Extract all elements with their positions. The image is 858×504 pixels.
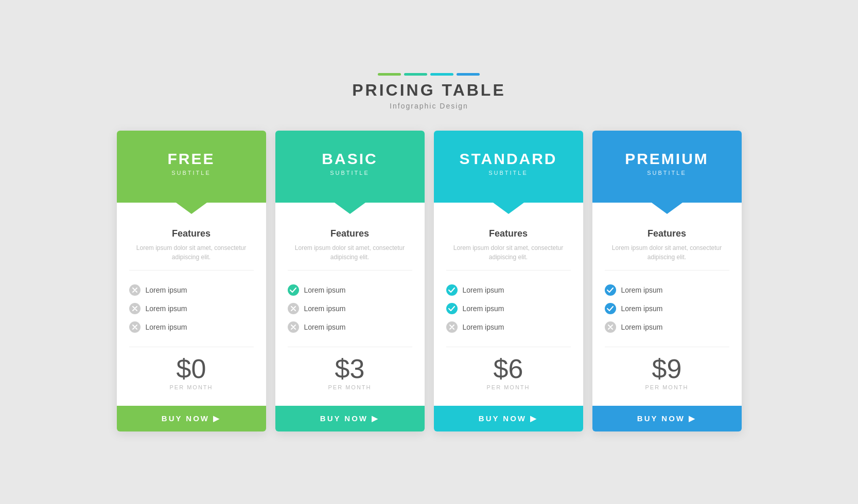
card-body-basic: Features Lorem ipsum dolor sit amet, con… xyxy=(275,203,425,406)
buy-now-button-standard[interactable]: BUY NOW ▶ xyxy=(434,406,583,431)
feature-item: Lorem ipsum xyxy=(129,281,254,299)
feature-item: Lorem ipsum xyxy=(129,299,254,318)
buy-now-label-standard: BUY NOW ▶ xyxy=(479,414,538,423)
price-period-basic: PER MONTH xyxy=(288,384,412,390)
card-body-standard: Features Lorem ipsum dolor sit amet, con… xyxy=(434,203,583,406)
cross-icon xyxy=(129,303,141,314)
plan-title-standard: STANDARD xyxy=(459,150,557,168)
feature-label: Lorem ipsum xyxy=(146,286,187,294)
feature-item: Lorem ipsum xyxy=(605,318,729,336)
feature-label: Lorem ipsum xyxy=(146,304,187,313)
feature-item: Lorem ipsum xyxy=(288,281,412,299)
cross-icon xyxy=(288,303,299,314)
check-icon xyxy=(446,284,458,296)
price-period-free: PER MONTH xyxy=(129,384,254,390)
features-desc-basic: Lorem ipsum dolor sit amet, consectetur … xyxy=(288,243,412,271)
price-amount-standard: $6 xyxy=(446,355,571,382)
card-header-standard: STANDARD SUBTITLE xyxy=(434,131,583,203)
feature-item: Lorem ipsum xyxy=(446,318,571,336)
feature-item: Lorem ipsum xyxy=(446,281,571,299)
feature-item: Lorem ipsum xyxy=(605,281,729,299)
check-icon xyxy=(605,284,616,296)
feature-label: Lorem ipsum xyxy=(304,304,346,313)
feature-item: Lorem ipsum xyxy=(288,318,412,336)
check-icon xyxy=(446,303,458,314)
header-bar xyxy=(378,73,401,76)
plan-subtitle-premium: SUBTITLE xyxy=(647,170,687,176)
price-amount-free: $0 xyxy=(129,355,254,382)
header-bar xyxy=(430,73,453,76)
buy-now-button-premium[interactable]: BUY NOW ▶ xyxy=(592,406,742,431)
check-icon xyxy=(288,284,299,296)
price-section-free: $0 PER MONTH xyxy=(129,347,254,395)
cross-icon xyxy=(129,284,141,296)
feature-list-standard: Lorem ipsum Lorem ipsum Lorem ipsum xyxy=(446,281,571,336)
header-bar xyxy=(404,73,427,76)
price-section-standard: $6 PER MONTH xyxy=(446,347,571,395)
buy-now-button-basic[interactable]: BUY NOW ▶ xyxy=(275,406,425,431)
price-amount-basic: $3 xyxy=(288,355,412,382)
card-body-free: Features Lorem ipsum dolor sit amet, con… xyxy=(117,203,266,406)
price-section-basic: $3 PER MONTH xyxy=(288,347,412,395)
check-icon xyxy=(605,303,616,314)
buy-now-label-basic: BUY NOW ▶ xyxy=(320,414,379,423)
pricing-card-basic: BASIC SUBTITLE Features Lorem ipsum dolo… xyxy=(275,131,425,431)
price-section-premium: $9 PER MONTH xyxy=(605,347,729,395)
feature-label: Lorem ipsum xyxy=(304,323,346,331)
feature-label: Lorem ipsum xyxy=(304,286,346,294)
feature-item: Lorem ipsum xyxy=(288,299,412,318)
card-header-free: FREE SUBTITLE xyxy=(117,131,266,203)
pricing-card-standard: STANDARD SUBTITLE Features Lorem ipsum d… xyxy=(434,131,583,431)
header-arrow-free xyxy=(176,203,207,214)
plan-subtitle-free: SUBTITLE xyxy=(171,170,211,176)
page-header: PRICING TABLE Infographic Design xyxy=(352,73,506,110)
feature-item: Lorem ipsum xyxy=(605,299,729,318)
header-arrow-basic xyxy=(335,203,365,214)
header-arrow-standard xyxy=(493,203,524,214)
pricing-card-premium: PREMIUM SUBTITLE Features Lorem ipsum do… xyxy=(592,131,742,431)
features-title-premium: Features xyxy=(605,228,729,239)
feature-list-premium: Lorem ipsum Lorem ipsum Lorem ipsum xyxy=(605,281,729,336)
feature-label: Lorem ipsum xyxy=(463,304,504,313)
plan-title-free: FREE xyxy=(167,150,215,168)
card-header-premium: PREMIUM SUBTITLE xyxy=(592,131,742,203)
features-title-basic: Features xyxy=(288,228,412,239)
feature-list-basic: Lorem ipsum Lorem ipsum Lorem ipsum xyxy=(288,281,412,336)
header-arrow-premium xyxy=(652,203,682,214)
price-period-standard: PER MONTH xyxy=(446,384,571,390)
cross-icon xyxy=(129,321,141,333)
cross-icon xyxy=(288,321,299,333)
card-header-basic: BASIC SUBTITLE xyxy=(275,131,425,203)
features-desc-premium: Lorem ipsum dolor sit amet, consectetur … xyxy=(605,243,729,271)
feature-label: Lorem ipsum xyxy=(621,304,663,313)
pricing-card-free: FREE SUBTITLE Features Lorem ipsum dolor… xyxy=(117,131,266,431)
feature-label: Lorem ipsum xyxy=(621,286,663,294)
buy-now-label-premium: BUY NOW ▶ xyxy=(637,414,696,423)
feature-item: Lorem ipsum xyxy=(446,299,571,318)
feature-list-free: Lorem ipsum Lorem ipsum Lorem ipsum xyxy=(129,281,254,336)
feature-label: Lorem ipsum xyxy=(621,323,663,331)
feature-label: Lorem ipsum xyxy=(463,286,504,294)
features-title-free: Features xyxy=(129,228,254,239)
plan-title-basic: BASIC xyxy=(322,150,377,168)
features-desc-free: Lorem ipsum dolor sit amet, consectetur … xyxy=(129,243,254,271)
features-desc-standard: Lorem ipsum dolor sit amet, consectetur … xyxy=(446,243,571,271)
feature-label: Lorem ipsum xyxy=(146,323,187,331)
buy-now-label-free: BUY NOW ▶ xyxy=(162,414,221,423)
cross-icon xyxy=(605,321,616,333)
features-title-standard: Features xyxy=(446,228,571,239)
header-bars xyxy=(352,73,506,76)
price-amount-premium: $9 xyxy=(605,355,729,382)
plan-title-premium: PREMIUM xyxy=(625,150,709,168)
cross-icon xyxy=(446,321,458,333)
header-bar xyxy=(457,73,480,76)
feature-label: Lorem ipsum xyxy=(463,323,504,331)
buy-now-button-free[interactable]: BUY NOW ▶ xyxy=(117,406,266,431)
page-subtitle: Infographic Design xyxy=(352,102,506,110)
pricing-container: FREE SUBTITLE Features Lorem ipsum dolor… xyxy=(117,131,742,431)
card-body-premium: Features Lorem ipsum dolor sit amet, con… xyxy=(592,203,742,406)
plan-subtitle-basic: SUBTITLE xyxy=(330,170,370,176)
price-period-premium: PER MONTH xyxy=(605,384,729,390)
plan-subtitle-standard: SUBTITLE xyxy=(488,170,528,176)
page-title: PRICING TABLE xyxy=(352,81,506,100)
